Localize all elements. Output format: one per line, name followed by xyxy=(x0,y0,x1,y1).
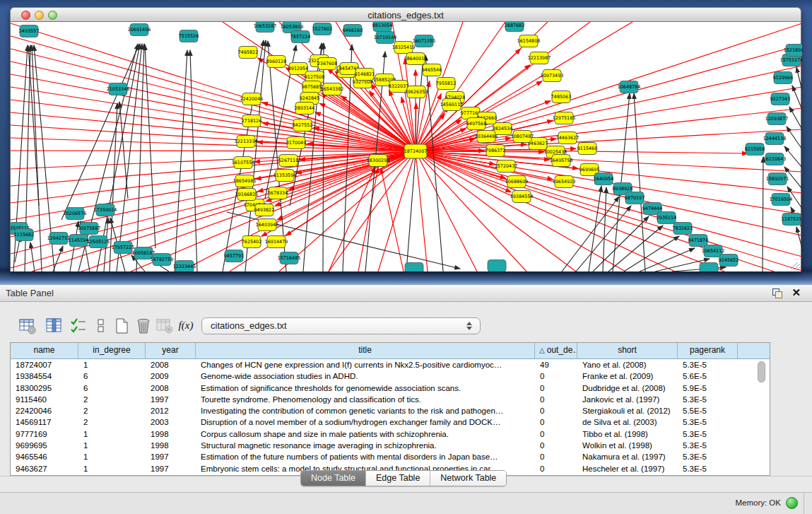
window-resize-grip[interactable] xyxy=(791,262,801,271)
graph-node-label: 7832621 xyxy=(673,226,693,231)
table-cell: 5.3E-5 xyxy=(678,394,738,405)
table-row[interactable]: 2242004622012Investigating the contribut… xyxy=(11,405,770,416)
graph-node-label: 2803144 xyxy=(295,105,314,111)
graph-node-label: 7857224 xyxy=(290,34,310,40)
network-graph-canvas[interactable]: 1872400718300295746582289601288912954232… xyxy=(10,22,801,271)
table-cell: Tourette syndrome. Phenomenology and cla… xyxy=(196,394,535,405)
table-row[interactable]: 977716911998Corpus callosum shape and si… xyxy=(11,428,770,440)
table-cell: 2008 xyxy=(146,359,196,370)
table-mode-icon xyxy=(19,317,36,334)
graph-node[interactable] xyxy=(405,263,423,272)
graph-edge xyxy=(613,93,630,271)
table-cell: Estimation of significance thresholds fo… xyxy=(196,382,535,394)
table-cell: 5.3E-5 xyxy=(678,463,738,474)
table-row[interactable]: 1872400712008Changes of HCN gene express… xyxy=(11,359,770,370)
graph-node-label: 18640910 xyxy=(404,56,428,62)
table-cell: 0 xyxy=(535,428,577,440)
graph-node-label: 20364486 xyxy=(475,134,498,139)
graph-node-label: 7515526 xyxy=(179,33,199,39)
graph-node-label: 5678334 xyxy=(268,190,288,196)
column-header-title[interactable]: title xyxy=(196,343,535,358)
table-cell: 2009 xyxy=(146,370,196,382)
column-header-name[interactable]: name xyxy=(11,343,78,358)
table-cell: 2 xyxy=(78,405,146,416)
column-header-in-degree[interactable]: in_degree xyxy=(78,343,146,358)
graph-node-label: 1187531 xyxy=(782,216,801,222)
graph-edge xyxy=(11,87,416,151)
graph-node-label: 1115682 xyxy=(14,232,34,238)
table-cell: 1998 xyxy=(146,428,196,440)
graph-node-label: 12323445 xyxy=(173,264,196,269)
tab-edge-table[interactable]: Edge Table xyxy=(366,471,430,486)
table-row[interactable]: 946554611997Estimation of the future num… xyxy=(11,451,770,462)
table-tabbar: Node TableEdge TableNetwork Table xyxy=(300,470,507,486)
table-row[interactable]: 1830029562008Estimation of significance … xyxy=(11,382,770,394)
column-header-out-de-[interactable]: △out_de… xyxy=(535,343,577,358)
network-window-title: citations_edges.txt xyxy=(11,10,801,21)
table-row[interactable]: 1456911722003Disruption of a novel membe… xyxy=(11,416,770,428)
delete-column-button[interactable] xyxy=(154,316,175,336)
memory-ok-indicator[interactable] xyxy=(786,497,798,509)
graph-node-label: 2887682 xyxy=(505,23,524,28)
graph-node-label: 3824534 xyxy=(493,126,512,132)
statusbar-separator xyxy=(804,493,804,514)
function-builder-button[interactable]: f(x) xyxy=(175,316,196,336)
table-cell: 5.3E-5 xyxy=(678,359,738,370)
table-cell: Yano et al. (2008) xyxy=(577,359,678,370)
network-window-titlebar[interactable]: citations_edges.txt xyxy=(10,7,801,22)
tab-node-table[interactable]: Node Table xyxy=(301,471,366,486)
graph-node-label: 18654985 xyxy=(233,178,257,184)
table-cell: 9463627 xyxy=(11,463,78,474)
table-panel-header[interactable]: Table Panel ✕ xyxy=(0,285,812,302)
float-panel-icon[interactable] xyxy=(772,288,782,298)
graph-edge xyxy=(593,216,649,271)
close-panel-icon[interactable]: ✕ xyxy=(792,286,801,299)
table-vertical-scrollbar[interactable] xyxy=(758,361,765,382)
graph-node-label: 14463627 xyxy=(556,135,579,141)
graph-node[interactable] xyxy=(488,260,506,272)
network-window[interactable]: citations_edges.txt 18724007183002957465… xyxy=(10,7,801,271)
select-columns-icon xyxy=(70,317,87,334)
column-order-button[interactable] xyxy=(90,316,112,336)
graph-node-label: 12093877 xyxy=(765,116,789,122)
graph-node-label: 7625402 xyxy=(242,239,261,245)
graph-node-label: 16403946 xyxy=(256,222,279,228)
graph-node-label: 9242845 xyxy=(300,95,319,101)
node-table: namein_degreeyeartitle△out_de…shortpager… xyxy=(10,342,770,476)
table-cell: 14569117 xyxy=(11,416,78,428)
graph-node-label: 10648784 xyxy=(618,84,641,90)
column-header-short[interactable]: short xyxy=(577,343,678,358)
new-table-button[interactable] xyxy=(112,316,133,336)
graph-node-label: 12505125 xyxy=(87,239,110,245)
table-cell: 0 xyxy=(535,463,577,474)
delete-table-button[interactable] xyxy=(133,316,154,336)
graph-node-label: 16154808 xyxy=(517,38,541,44)
tab-network-table[interactable]: Network Table xyxy=(430,471,506,486)
graph-node-label: 8912954 xyxy=(288,66,308,71)
graph-node-label: 16053809 xyxy=(281,24,304,30)
graph-node-label: 7986372 xyxy=(486,148,505,153)
table-mode-button[interactable] xyxy=(17,316,38,336)
table-row[interactable]: 911546021997Tourette syndrome. Phenomeno… xyxy=(11,394,770,405)
table-cell: Nakamura et al. (1997) xyxy=(577,451,678,462)
graph-node-label: 8960128 xyxy=(266,59,286,64)
graph-node-label: 8322037 xyxy=(389,83,408,89)
table-cell: 5.3E-5 xyxy=(678,440,738,451)
graph-node[interactable] xyxy=(700,263,718,272)
column-header-pagerank[interactable]: pagerank xyxy=(678,343,738,358)
table-row[interactable]: 969969511998Structural magnetic resonanc… xyxy=(11,440,770,451)
table-cell: 9777169 xyxy=(11,428,78,440)
select-columns-button[interactable] xyxy=(68,316,89,336)
show-columns-button[interactable] xyxy=(44,316,65,336)
column-header-year[interactable]: year xyxy=(146,343,196,358)
graph-node-label: 18724007 xyxy=(404,148,428,154)
graph-node-label: 15218986 xyxy=(784,47,802,53)
graph-edge xyxy=(416,151,802,235)
table-row[interactable]: 1938455462009Genome-wide association stu… xyxy=(11,370,770,382)
graph-edge xyxy=(416,151,576,271)
table-select-dropdown[interactable]: citations_edges.txt xyxy=(201,317,481,334)
graph-node-label: 9699695 xyxy=(579,167,599,173)
table-cell: 5.9E-5 xyxy=(678,382,738,394)
graph-node-label: 16782759 xyxy=(151,257,174,262)
graph-node-label: 6497568 xyxy=(466,121,486,127)
